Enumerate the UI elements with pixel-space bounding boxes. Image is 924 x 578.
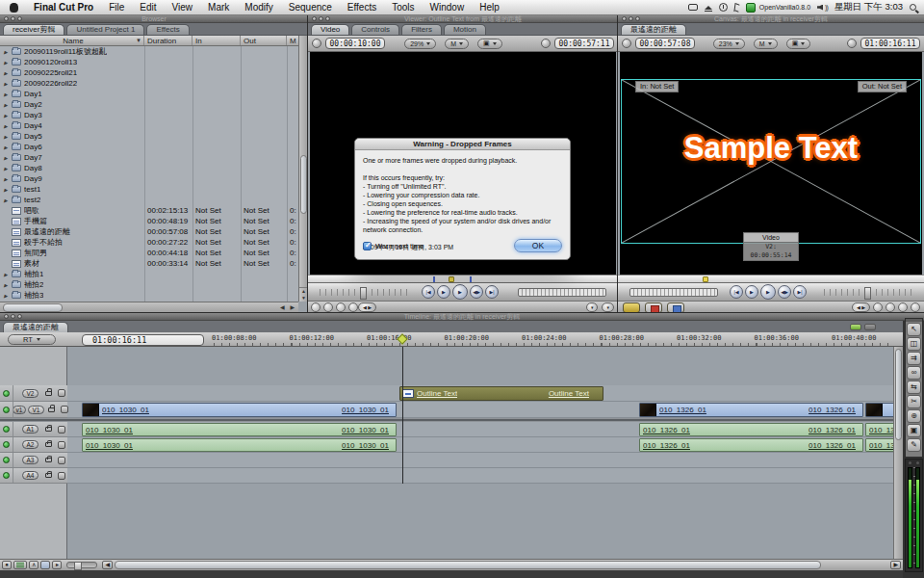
add-keyframe-button[interactable] [886,302,895,312]
disclosure-triangle-icon[interactable]: ▶ [4,49,12,55]
viewer-current-timecode-field[interactable]: 00:00:57:11 [554,38,614,49]
column-header-media[interactable]: M [287,36,298,45]
browser-tab[interactable]: receiver剪輯 [3,24,64,35]
track-audible-toggle[interactable] [3,426,10,433]
menu-item[interactable]: File [101,0,132,15]
browser-row[interactable]: ▶ Day9 [0,173,298,184]
play-in-to-out-button[interactable]: ▶ [437,285,450,299]
menu-clock[interactable]: 星期日 下午 3:03 [834,1,903,13]
menu-item[interactable]: Modify [237,0,280,15]
canvas-duration-field[interactable]: 00:00:57:08 [635,38,695,49]
zoom-level-popup[interactable]: 29% [404,39,436,49]
audio-clip-1326-a2[interactable]: 010_1326_01 010_1326_01 [639,438,863,452]
track-audible-toggle[interactable] [3,441,10,448]
next-edit-button[interactable]: ▶| [793,285,807,299]
zoom-button[interactable] [17,314,22,319]
zoom-button[interactable] [17,16,22,21]
match-frame-button[interactable] [911,302,920,312]
close-button[interactable] [4,16,9,21]
video-clip-1030[interactable]: 010_1030_01 010_1030_01 [82,403,397,417]
track-label-a4[interactable]: A4 [22,471,38,480]
video-clip-partial[interactable] [865,403,895,417]
track-label-v2[interactable]: V2 [22,389,38,398]
replace-edit-button[interactable] [667,302,684,313]
browser-row[interactable]: ▶ Day8 [0,163,298,173]
browser-tab[interactable]: Effects [146,24,189,35]
previous-edit-button[interactable]: |◀ [730,285,743,299]
close-button[interactable] [312,16,317,21]
expand-arrow[interactable]: ▸ [52,561,62,569]
disclosure-triangle-icon[interactable]: ▶ [4,113,12,118]
viewer-tab[interactable]: Video [311,24,349,35]
track-lock-icon[interactable] [45,442,52,447]
track-label-a3[interactable]: A3 [22,456,38,464]
scrollbar-thumb[interactable] [300,155,307,214]
menu-item[interactable]: Final Cut Pro [26,0,101,15]
browser-row[interactable]: ▶ 20090119roll11板號超亂 [0,46,298,57]
browser-row[interactable]: ▶ 20090120roll13 [0,57,298,67]
zoom-button[interactable] [635,16,640,21]
audio-clip-1030-a1[interactable]: 010_1030_01 010_1030_01 [82,423,397,436]
browser-row[interactable]: ▶ Day7 [0,152,298,163]
generator-popup[interactable]: ▾ [602,302,614,312]
browser-row[interactable]: ▶ 最遙遠的距離 00:00:57:08 Not Set Not Set 0: [0,226,298,237]
playhead-line[interactable] [402,347,403,484]
browser-tab[interactable]: Untitled Project 1 [66,24,144,35]
browser-row[interactable]: ▶ Day2 [0,99,298,110]
tool-button[interactable]: ⇉ [907,352,921,365]
browser-row[interactable]: ▶ Day6 [0,142,298,152]
tool-button[interactable]: ⇆ [907,381,921,394]
browser-row[interactable]: ▶ Day5 [0,131,298,142]
disclosure-triangle-icon[interactable]: ▶ [4,60,12,66]
track-visibility-toggle[interactable] [3,390,10,397]
browser-row[interactable]: ▶ 殺手不給拍 00:00:27:22 Not Set Not Set 0: [0,237,298,248]
audio-clip-1030-a2[interactable]: 010_1030_01 010_1030_01 [82,438,397,452]
browser-row[interactable]: ▶ 無間男 00:00:44:18 Not Set Not Set 0: [0,248,298,258]
disclosure-triangle-icon[interactable]: ▶ [4,123,12,129]
rt-popup[interactable]: RT [8,334,56,345]
tool-button[interactable]: ↖ [907,323,921,336]
audio-clip-1326-a1[interactable]: 010_1326_01 010_1326_01 [639,423,863,436]
browser-row[interactable]: ▶ 20090226roll22 [0,78,298,89]
track-lock-icon[interactable] [45,473,52,478]
sort-descending-icon[interactable]: ▼ [136,38,141,43]
view-options-popup[interactable]: ▣ [786,39,811,49]
browser-row[interactable]: ▶ Day1 [0,89,298,99]
canvas-tab[interactable]: 最遙遠的距離 [621,24,686,35]
mark-in-out-buttons[interactable]: ◀ ▶ [852,302,870,312]
disclosure-triangle-icon[interactable]: ▶ [4,81,12,87]
apple-menu-icon[interactable] [10,3,18,13]
mark-clip-button[interactable] [323,302,333,312]
playhead-marker[interactable] [703,276,708,282]
video-audio-divider[interactable] [0,418,903,422]
minimize-button[interactable] [11,16,15,21]
timeline-current-timecode-field[interactable]: 01:00:16:11 [82,334,204,346]
audio-clip-partial-a2[interactable]: 010_1326_01 [865,438,895,452]
browser-row[interactable]: ▶ 唱歌 00:02:15:13 Not Set Not Set 0: [0,205,298,216]
column-header-duration[interactable]: Duration [144,36,192,45]
auto-select-toggle[interactable] [58,457,65,464]
add-marker-button[interactable] [873,302,883,312]
viewer-duration-field[interactable]: 00:00:10:00 [325,38,385,49]
menu-item[interactable]: View [165,0,201,15]
browser-row[interactable]: ▶ 補拍1 [0,269,298,279]
menu-item[interactable]: Window [423,0,473,15]
browser-row[interactable]: ▶ 手機篇 00:00:48:19 Not Set Not Set 0: [0,216,298,226]
play-in-to-out-button[interactable]: ▶ [745,285,758,299]
jog-control[interactable] [824,289,912,296]
browser-row[interactable]: ▶ test2 [0,195,298,205]
mark-clip-button[interactable] [898,302,908,312]
auto-select-toggle[interactable] [58,441,65,449]
canvas-title-bar[interactable]: Canvas: 最遙遠的距離 in receiver剪輯 [618,15,924,23]
minimize-button[interactable] [629,16,633,21]
time-machine-icon[interactable] [719,3,728,12]
marker-popup[interactable]: M [754,39,778,49]
disclosure-triangle-icon[interactable]: ▶ [4,187,12,193]
minimize-button[interactable] [11,314,15,319]
auto-select-toggle[interactable] [58,426,65,434]
disclosure-triangle-icon[interactable]: ▶ [4,293,12,299]
canvas-current-timecode-field[interactable]: 01:00:16:11 [860,38,920,49]
track-lock-icon[interactable] [45,458,52,462]
clip-overlays-toggle[interactable] [40,561,50,569]
marker-popup[interactable]: M [445,39,469,49]
